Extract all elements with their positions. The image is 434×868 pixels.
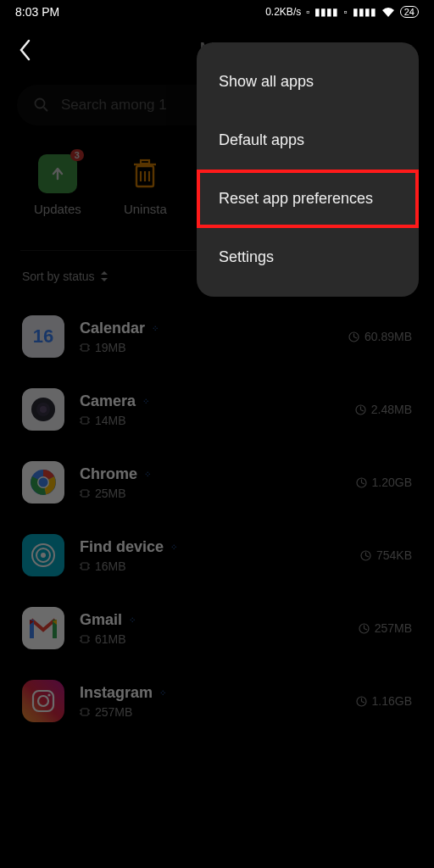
app-info: Calendar⁘19MB (80, 320, 333, 354)
app-info: Chrome⁘25MB (80, 465, 341, 500)
menu-item-default-apps[interactable]: Default apps (197, 111, 419, 170)
app-storage: 257MB (359, 621, 412, 635)
app-storage: 2.48MB (355, 403, 412, 416)
trash-icon (125, 154, 164, 193)
search-icon (34, 97, 49, 113)
storage-icon (356, 696, 367, 707)
svg-rect-53 (81, 709, 88, 715)
svg-point-26 (39, 478, 48, 487)
status-bar: 8:03 PM 0.2KB/s ▫ ▮▮▮▮ ▫ ▮▮▮▮ 24 (0, 0, 434, 22)
app-name: Chrome (80, 465, 137, 483)
updates-badge: 3 (70, 149, 84, 161)
chip-icon (80, 342, 90, 353)
app-name: Calendar (80, 320, 145, 337)
updates-label: Updates (34, 202, 81, 216)
svg-rect-36 (81, 563, 88, 570)
loading-icon: ⁘ (159, 688, 167, 698)
updates-icon: 3 (38, 154, 77, 193)
status-time: 8:03 PM (15, 5, 59, 19)
storage-icon (360, 550, 371, 561)
app-storage: 1.16GB (356, 694, 412, 708)
app-row-camera[interactable]: Camera⁘14MB2.48MB (0, 373, 434, 446)
menu-item-settings[interactable]: Settings (197, 228, 419, 287)
loading-icon: ⁘ (129, 615, 136, 625)
app-list: 16Calendar⁘19MB60.89MBCamera⁘14MB2.48MBC… (0, 292, 434, 746)
app-row-find-device[interactable]: Find device⁘16MB754KB (0, 519, 434, 592)
app-info: Find device⁘16MB (80, 538, 345, 573)
menu-item-reset-app-preferences[interactable]: Reset app preferences (197, 170, 419, 228)
svg-point-52 (47, 693, 50, 696)
app-storage: 754KB (360, 548, 412, 562)
app-row-calendar[interactable]: 16Calendar⁘19MB60.89MB (0, 300, 434, 373)
svg-point-16 (40, 406, 47, 413)
app-ram: 25MB (80, 487, 341, 500)
storage-icon (356, 477, 367, 488)
sim1-icon: ▫ (306, 6, 309, 18)
app-name: Find device (80, 538, 164, 556)
signal2-icon: ▮▮▮▮ (353, 6, 376, 18)
app-ram: 257MB (80, 705, 341, 719)
svg-line-1 (44, 108, 48, 112)
storage-icon (359, 623, 370, 634)
sort-label: Sort by status (22, 270, 95, 283)
loading-icon: ⁘ (144, 470, 152, 479)
loading-icon: ⁘ (142, 397, 150, 406)
app-row-instagram[interactable]: Instagram⁘257MB1.16GB (0, 665, 434, 737)
sim2-icon: ▫ (343, 6, 347, 18)
uninstall-label: Uninsta (124, 202, 167, 216)
app-row-chrome[interactable]: Chrome⁘25MB1.20GB (0, 446, 434, 519)
app-row-gmail[interactable]: Gmail⁘61MB257MB (0, 592, 434, 665)
app-info: Camera⁘14MB (80, 392, 340, 427)
storage-icon (355, 404, 366, 415)
svg-rect-7 (141, 160, 149, 164)
app-ram: 16MB (80, 559, 345, 573)
chip-icon (80, 415, 90, 426)
chip-icon (80, 707, 90, 717)
app-storage: 1.20GB (356, 476, 412, 489)
svg-rect-17 (81, 417, 88, 424)
app-name: Camera (80, 392, 136, 410)
app-ram: 19MB (80, 341, 333, 354)
chip-icon (80, 561, 90, 571)
svg-rect-27 (81, 490, 88, 497)
wifi-icon (381, 7, 395, 17)
app-storage: 60.89MB (348, 330, 412, 343)
svg-point-51 (38, 696, 48, 706)
svg-rect-8 (81, 344, 88, 351)
svg-point-35 (41, 553, 46, 558)
loading-icon: ⁘ (170, 542, 178, 552)
overflow-menu: Show all appsDefault appsReset app prefe… (197, 42, 419, 297)
app-ram: 61MB (80, 632, 343, 646)
svg-point-0 (36, 99, 45, 108)
uninstall-action[interactable]: Uninsta (124, 154, 167, 216)
chip-icon (80, 634, 90, 644)
chip-icon (80, 488, 90, 498)
app-name: Instagram (80, 684, 153, 702)
storage-icon (348, 331, 359, 342)
status-right: 0.2KB/s ▫ ▮▮▮▮ ▫ ▮▮▮▮ 24 (265, 6, 419, 18)
app-ram: 14MB (80, 414, 340, 427)
svg-rect-44 (81, 636, 88, 643)
network-speed: 0.2KB/s (265, 6, 301, 18)
search-placeholder: Search among 1 (61, 97, 167, 114)
app-info: Gmail⁘61MB (80, 611, 343, 646)
sort-arrows-icon (100, 271, 108, 281)
app-info: Instagram⁘257MB (80, 684, 341, 719)
updates-action[interactable]: 3 Updates (34, 154, 81, 216)
app-name: Gmail (80, 611, 122, 629)
svg-rect-50 (33, 691, 53, 711)
signal1-icon: ▮▮▮▮ (314, 6, 338, 18)
menu-item-show-all-apps[interactable]: Show all apps (197, 53, 419, 111)
battery-indicator: 24 (400, 6, 419, 18)
loading-icon: ⁘ (152, 324, 159, 333)
